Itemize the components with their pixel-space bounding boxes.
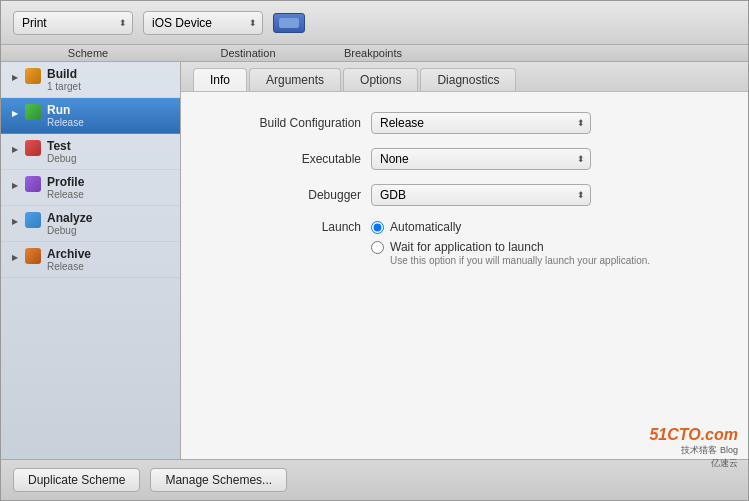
toolbar: Print ⬍ iOS Device ⬍ — [1, 1, 748, 45]
launch-wait-text: Wait for application to launch Use this … — [390, 240, 650, 266]
debugger-select[interactable]: GDB — [371, 184, 591, 206]
run-title: Run — [47, 103, 172, 117]
scheme-label: Scheme — [23, 47, 153, 59]
toolbar-labels: Scheme Destination Breakpoints — [1, 45, 748, 62]
test-subtitle: Debug — [47, 153, 172, 164]
debugger-wrapper[interactable]: GDB ⬍ — [371, 184, 591, 206]
archive-subtitle: Release — [47, 261, 172, 272]
profile-title: Profile — [47, 175, 172, 189]
launch-wait-label: Wait for application to launch — [390, 240, 650, 254]
archive-title: Archive — [47, 247, 172, 261]
sidebar-item-run[interactable]: Run Release — [1, 98, 180, 134]
launch-auto-label: Automatically — [390, 220, 461, 234]
executable-row: Executable None ⬍ — [211, 148, 718, 170]
launch-radio-group: Automatically Wait for application to la… — [371, 220, 650, 266]
debugger-row: Debugger GDB ⬍ — [211, 184, 718, 206]
test-icon — [25, 140, 41, 156]
run-icon — [25, 104, 41, 120]
debugger-label: Debugger — [211, 188, 371, 202]
build-config-row: Build Configuration Release ⬍ — [211, 112, 718, 134]
launch-auto-item: Automatically — [371, 220, 650, 234]
executable-label: Executable — [211, 152, 371, 166]
tab-info[interactable]: Info — [193, 68, 247, 91]
run-subtitle: Release — [47, 117, 172, 128]
build-subtitle: 1 target — [47, 81, 172, 92]
analyze-subtitle: Debug — [47, 225, 172, 236]
scheme-select-wrapper[interactable]: Print ⬍ — [13, 11, 133, 35]
archive-text: Archive Release — [47, 247, 172, 272]
manage-schemes-button[interactable]: Manage Schemes... — [150, 468, 287, 492]
profile-subtitle: Release — [47, 189, 172, 200]
profile-icon — [25, 176, 41, 192]
analyze-title: Analyze — [47, 211, 172, 225]
profile-text: Profile Release — [47, 175, 172, 200]
destination-label: Destination — [183, 47, 313, 59]
executable-wrapper[interactable]: None ⬍ — [371, 148, 591, 170]
sidebar-item-test[interactable]: Test Debug — [1, 134, 180, 170]
content-body: Build Configuration Release ⬍ Executable… — [181, 92, 748, 459]
build-config-wrapper[interactable]: Release ⬍ — [371, 112, 591, 134]
launch-row: Launch Automatically Wait for applicatio… — [211, 220, 718, 266]
launch-auto-radio[interactable] — [371, 221, 384, 234]
sidebar-item-archive[interactable]: Archive Release — [1, 242, 180, 278]
analyze-arrow-icon — [9, 213, 21, 227]
tab-diagnostics[interactable]: Diagnostics — [420, 68, 516, 91]
archive-arrow-icon — [9, 249, 21, 263]
sidebar-item-profile[interactable]: Profile Release — [1, 170, 180, 206]
sidebar: Build 1 target Run Release Test Debug — [1, 62, 181, 459]
build-text: Build 1 target — [47, 67, 172, 92]
duplicate-scheme-button[interactable]: Duplicate Scheme — [13, 468, 140, 492]
tab-options[interactable]: Options — [343, 68, 418, 91]
sidebar-item-build[interactable]: Build 1 target — [1, 62, 180, 98]
destination-select-wrapper[interactable]: iOS Device ⬍ — [143, 11, 263, 35]
run-arrow-icon — [9, 105, 21, 119]
build-icon — [25, 68, 41, 84]
breakpoints-icon — [279, 18, 299, 28]
bottom-bar: Duplicate Scheme Manage Schemes... — [1, 459, 748, 500]
archive-icon — [25, 248, 41, 264]
scheme-select[interactable]: Print — [13, 11, 133, 35]
main-area: Build 1 target Run Release Test Debug — [1, 62, 748, 459]
build-config-label: Build Configuration — [211, 116, 371, 130]
analyze-text: Analyze Debug — [47, 211, 172, 236]
build-config-select[interactable]: Release — [371, 112, 591, 134]
launch-wait-item: Wait for application to launch Use this … — [371, 240, 650, 266]
breakpoints-button[interactable] — [273, 13, 305, 33]
build-title: Build — [47, 67, 172, 81]
destination-select[interactable]: iOS Device — [143, 11, 263, 35]
breakpoints-label: Breakpoints — [333, 47, 413, 59]
sidebar-item-analyze[interactable]: Analyze Debug — [1, 206, 180, 242]
test-title: Test — [47, 139, 172, 153]
content-panel: Info Arguments Options Diagnostics Build… — [181, 62, 748, 459]
tab-arguments[interactable]: Arguments — [249, 68, 341, 91]
test-arrow-icon — [9, 141, 21, 155]
profile-arrow-icon — [9, 177, 21, 191]
analyze-icon — [25, 212, 41, 228]
test-text: Test Debug — [47, 139, 172, 164]
executable-select[interactable]: None — [371, 148, 591, 170]
build-arrow-icon — [9, 69, 21, 83]
launch-wait-radio[interactable] — [371, 241, 384, 254]
tabs-bar: Info Arguments Options Diagnostics — [181, 62, 748, 92]
launch-wait-hint: Use this option if you will manually lau… — [390, 255, 650, 266]
run-text: Run Release — [47, 103, 172, 128]
launch-label: Launch — [211, 220, 371, 234]
